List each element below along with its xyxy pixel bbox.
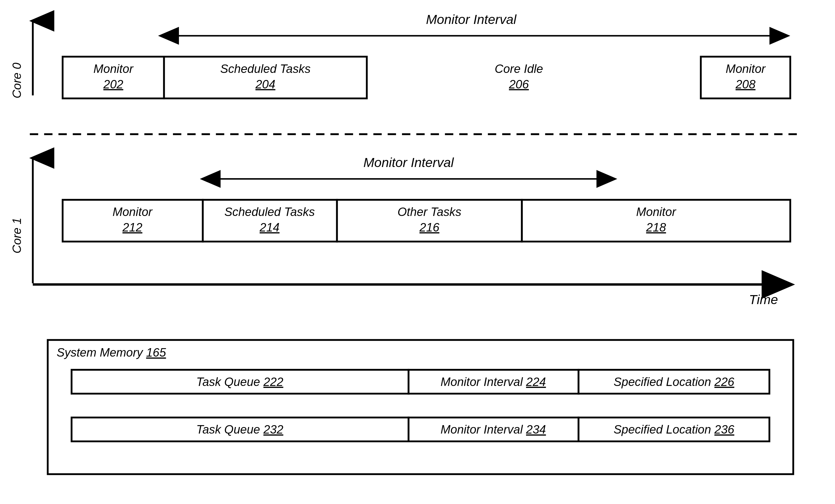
core1-other-title: Other Tasks	[398, 205, 461, 218]
task-queue-222-title: Task Queue	[196, 375, 260, 388]
monitor-interval-224-title: Monitor Interval	[441, 375, 523, 388]
specified-location-226-title: Specified Location	[614, 375, 711, 388]
core1-monitor-212: Monitor 212	[63, 200, 203, 242]
system-memory-box: System Memory 165 Task Queue 222 Monitor…	[47, 340, 793, 474]
specified-location-226-ref: 226	[714, 375, 735, 388]
monitor-interval-234-ref: 234	[526, 423, 546, 436]
diagram-svg: Core 0 Monitor Interval Monitor 202 Sche…	[0, 0, 835, 504]
core1-axis-label: Core 1	[10, 218, 23, 254]
core1-interval-label: Monitor Interval	[363, 155, 454, 170]
core0-monitor1-ref: 202	[103, 78, 123, 91]
core1-monitor-218: Monitor 218	[522, 200, 790, 242]
core1-scheduled-214: Scheduled Tasks 214	[203, 200, 337, 242]
core0-monitor-208: Monitor 208	[701, 57, 790, 98]
task-queue-232-ref: 232	[263, 423, 283, 436]
task-queue-222-ref: 222	[263, 375, 283, 388]
core0-scheduled-204: Scheduled Tasks 204	[164, 57, 367, 98]
core0-scheduled-ref: 204	[255, 78, 275, 91]
specified-location-236-title: Specified Location	[614, 423, 711, 436]
svg-rect-7	[47, 340, 793, 474]
monitor-interval-234-title: Monitor Interval	[441, 423, 523, 436]
svg-text:Specified Location
         
 : Specified Location 226	[614, 375, 734, 388]
svg-text:System Memory
       
      16: System Memory 165	[57, 346, 166, 359]
time-axis-label: Time	[749, 292, 778, 307]
core0-interval-label: Monitor Interval	[426, 12, 517, 27]
core1-scheduled-title: Scheduled Tasks	[224, 205, 315, 218]
core1-monitor1-ref: 212	[122, 221, 142, 234]
core1-monitor2-title: Monitor	[636, 205, 677, 218]
memory-row-2: Task Queue 232 Monitor Interval 234 Spec…	[72, 418, 770, 441]
core0-idle-ref: 206	[509, 78, 529, 91]
core1-monitor2-ref: 218	[646, 221, 666, 234]
core1-monitor1-title: Monitor	[113, 205, 153, 218]
system-memory-title: System Memory	[57, 346, 144, 359]
svg-text:Monitor Interval
         
   : Monitor Interval 234	[441, 423, 546, 436]
memory-row-1: Task Queue 222 Monitor Interval 224 Spec…	[72, 370, 770, 394]
svg-text:Specified Location
         
 : Specified Location 236	[614, 423, 734, 436]
svg-text:Task Queue
         
        2: Task Queue 232	[196, 423, 283, 436]
svg-text:Monitor Interval
         
   : Monitor Interval 224	[441, 375, 546, 388]
core0-monitor1-title: Monitor	[94, 62, 134, 75]
svg-text:Task Queue
         
        2: Task Queue 222	[196, 375, 283, 388]
monitor-interval-224-ref: 224	[526, 375, 546, 388]
core0-monitor-202: Monitor 202	[63, 57, 164, 98]
core1-scheduled-ref: 214	[260, 221, 280, 234]
core1-other-ref: 216	[419, 221, 440, 234]
core0-monitor2-ref: 208	[735, 78, 756, 91]
core0-idle-206: Core Idle 206	[495, 62, 543, 91]
task-queue-232-title: Task Queue	[196, 423, 260, 436]
core0-scheduled-title: Scheduled Tasks	[220, 62, 311, 75]
core0-monitor2-title: Monitor	[726, 62, 766, 75]
core0-idle-title: Core Idle	[495, 62, 543, 75]
core1-other-216: Other Tasks 216	[337, 200, 522, 242]
system-memory-ref: 165	[146, 346, 166, 359]
specified-location-236-ref: 236	[714, 423, 735, 436]
core0-axis-label: Core 0	[10, 63, 23, 98]
